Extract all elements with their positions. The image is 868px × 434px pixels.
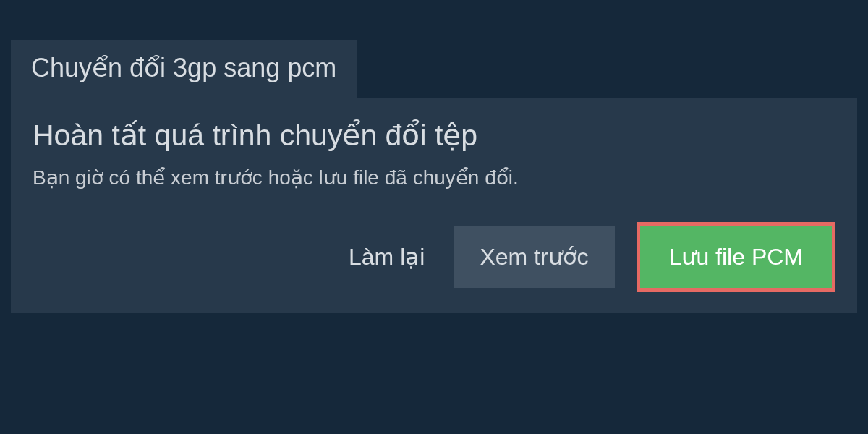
redo-button[interactable]: Làm lại	[349, 243, 425, 271]
tab-label: Chuyển đổi 3gp sang pcm	[31, 53, 336, 82]
action-row: Làm lại Xem trước Lưu file PCM	[33, 222, 835, 292]
panel-heading: Hoàn tất quá trình chuyển đổi tệp	[33, 118, 835, 153]
tab-convert[interactable]: Chuyển đổi 3gp sang pcm	[11, 40, 357, 98]
panel-description: Bạn giờ có thể xem trước hoặc lưu file đ…	[33, 166, 835, 190]
conversion-complete-panel: Hoàn tất quá trình chuyển đổi tệp Bạn gi…	[11, 98, 857, 313]
save-button[interactable]: Lưu file PCM	[637, 222, 835, 292]
tab-bar: Chuyển đổi 3gp sang pcm	[0, 0, 868, 98]
preview-button[interactable]: Xem trước	[454, 226, 614, 288]
